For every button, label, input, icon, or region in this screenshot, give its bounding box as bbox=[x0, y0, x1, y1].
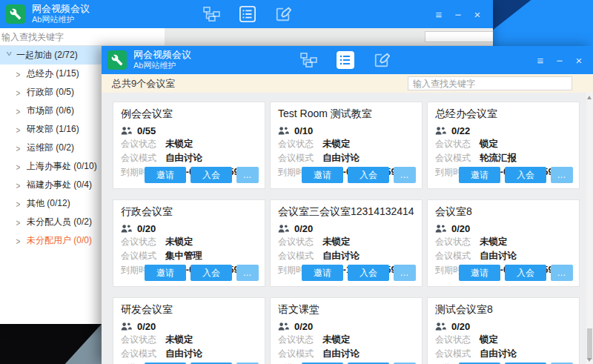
app-wrench-icon bbox=[6, 4, 25, 24]
meeting-room-card: 会议室三会议室123141324141三会... 0/20 会议状态未锁定 会议… bbox=[270, 199, 423, 287]
status-value: 未锁定 bbox=[322, 333, 351, 346]
chevron-right-icon: > bbox=[16, 217, 24, 228]
menu-button[interactable]: ≡ bbox=[433, 8, 445, 21]
room-title: 测试会议室8 bbox=[435, 303, 572, 317]
tree-item[interactable]: > 行政部 (0/5) bbox=[0, 83, 102, 102]
tree-item[interactable]: > 福建办事处 (0/4) bbox=[0, 176, 102, 194]
invite-button[interactable]: 邀请 bbox=[459, 167, 500, 183]
attendee-count: 0/20 bbox=[451, 321, 470, 332]
tree-search-input[interactable] bbox=[1, 30, 142, 43]
attendee-count: 0/10 bbox=[294, 125, 313, 136]
org-chart-icon[interactable] bbox=[203, 7, 220, 21]
tree-item-label: 总经办 (1/15) bbox=[27, 67, 79, 80]
join-button[interactable]: 入会 bbox=[191, 167, 232, 183]
chevron-right-icon: > bbox=[16, 106, 24, 116]
status-value: 未锁定 bbox=[165, 137, 193, 150]
status-label: 会议状态 bbox=[278, 235, 322, 248]
invite-button[interactable]: 邀请 bbox=[145, 167, 186, 183]
room-title: 语文课堂 bbox=[278, 303, 414, 317]
invite-button[interactable]: 邀请 bbox=[302, 265, 343, 281]
status-value: 未锁定 bbox=[480, 235, 508, 248]
status-label: 会议状态 bbox=[435, 137, 480, 150]
mode-label: 会议模式 bbox=[278, 347, 322, 360]
tree-item-label: 运维部 (0/2) bbox=[27, 142, 74, 154]
join-button[interactable]: 入会 bbox=[505, 167, 546, 183]
mode-label: 会议模式 bbox=[435, 347, 480, 360]
background-search-input[interactable] bbox=[425, 31, 493, 42]
status-label: 会议状态 bbox=[278, 137, 322, 150]
close-button[interactable]: × bbox=[573, 54, 585, 67]
scroll-up-icon[interactable] bbox=[587, 96, 592, 99]
tree-item[interactable]: > 上海办事处 (0/10) bbox=[0, 157, 102, 176]
meeting-room-card: 语文课堂 0/20 会议状态未锁定 会议模式自由讨论 到期时间2022-01-2… bbox=[270, 297, 423, 364]
room-list-icon[interactable] bbox=[239, 6, 256, 22]
status-label: 会议状态 bbox=[435, 333, 480, 346]
meeting-room-card: 行政会议室 0/20 会议状态未锁定 会议模式集中管理 到期时间2023-01-… bbox=[113, 199, 265, 287]
tree-item[interactable]: > 运维部 (0/2) bbox=[0, 139, 102, 157]
edit-compose-icon[interactable] bbox=[275, 6, 291, 22]
tree-item-label: 上海办事处 (0/10) bbox=[27, 160, 97, 173]
mode-value: 自由讨论 bbox=[165, 151, 202, 165]
org-tree: > 一起加油 (2/72) > 总经办 (1/15) > 行政部 (0/5) >… bbox=[0, 46, 102, 324]
meeting-room-card: 会议室8 0/20 会议状态未锁定 会议模式自由讨论 到期时间2022-01-2… bbox=[427, 199, 580, 287]
join-button[interactable]: 入会 bbox=[348, 167, 389, 183]
mode-label: 会议模式 bbox=[278, 249, 322, 262]
attendee-count: 0/55 bbox=[137, 125, 156, 136]
more-options-button[interactable]: … bbox=[551, 167, 573, 183]
edit-compose-icon[interactable] bbox=[374, 52, 390, 68]
desktop-wallpaper-top-right bbox=[493, 0, 593, 46]
desktop-wallpaper-bottom-left bbox=[0, 324, 102, 364]
tree-item-label: 未分配用户 (0/0) bbox=[27, 234, 92, 247]
chevron-right-icon: > bbox=[16, 87, 24, 98]
more-options-button[interactable]: … bbox=[394, 265, 416, 281]
room-search-input[interactable] bbox=[408, 76, 572, 90]
close-button[interactable]: × bbox=[471, 8, 483, 21]
tree-item[interactable]: > 研发部 (1/16) bbox=[0, 120, 102, 139]
tree-item-label: 其他 (0/12) bbox=[27, 197, 70, 210]
tree-item-label: 研发部 (1/16) bbox=[27, 123, 79, 136]
tree-item[interactable]: > 其他 (0/12) bbox=[0, 194, 102, 213]
attendees-icon bbox=[278, 322, 289, 331]
tree-item[interactable]: > 市场部 (0/6) bbox=[0, 102, 102, 120]
room-title: 例会会议室 bbox=[121, 107, 257, 121]
attendees-icon bbox=[278, 127, 289, 135]
attendee-count: 0/20 bbox=[451, 223, 470, 234]
status-label: 会议状态 bbox=[121, 235, 165, 248]
invite-button[interactable]: 邀请 bbox=[459, 265, 500, 281]
join-button[interactable]: 入会 bbox=[505, 265, 546, 281]
meeting-room-card: Test Room 测试教室 0/10 会议状态未锁定 会议模式自由讨论 到期时… bbox=[270, 102, 423, 189]
status-label: 会议状态 bbox=[278, 333, 322, 346]
mode-label: 会议模式 bbox=[121, 151, 165, 165]
room-title: 研发会议室 bbox=[121, 303, 257, 317]
status-value: 锁定 bbox=[480, 333, 498, 346]
room-list-icon-active[interactable] bbox=[337, 51, 354, 69]
tree-item[interactable]: > 未分配用户 (0/0) bbox=[0, 231, 102, 250]
minimize-button[interactable]: − bbox=[452, 8, 464, 21]
more-options-button[interactable]: … bbox=[551, 265, 573, 281]
more-options-button[interactable]: … bbox=[236, 167, 259, 183]
scroll-down-icon[interactable] bbox=[587, 358, 592, 362]
attendee-count: 0/20 bbox=[294, 223, 313, 234]
invite-button[interactable]: 邀请 bbox=[145, 265, 186, 281]
scrollbar-thumb[interactable] bbox=[587, 328, 592, 360]
attendees-icon bbox=[435, 225, 446, 233]
menu-button[interactable]: ≡ bbox=[534, 54, 546, 67]
vertical-scrollbar[interactable] bbox=[586, 93, 593, 364]
mode-value: 自由讨论 bbox=[322, 151, 360, 165]
more-options-button[interactable]: … bbox=[236, 265, 259, 281]
org-chart-icon[interactable] bbox=[300, 53, 317, 67]
more-options-button[interactable]: … bbox=[394, 167, 416, 183]
mode-label: 会议模式 bbox=[121, 249, 165, 262]
tree-item[interactable]: > 未分配人员 (0/2) bbox=[0, 213, 102, 231]
invite-button[interactable]: 邀请 bbox=[302, 167, 343, 183]
join-button[interactable]: 入会 bbox=[348, 265, 389, 281]
tree-item-label: 福建办事处 (0/4) bbox=[27, 179, 92, 191]
tree-item[interactable]: > 一起加油 (2/72) bbox=[0, 46, 102, 64]
minimize-button[interactable]: − bbox=[554, 54, 566, 67]
chevron-right-icon: > bbox=[16, 125, 24, 135]
summary-bar: 总共9个会议室 bbox=[102, 74, 593, 93]
window-title: 网会视频会议 bbox=[133, 50, 191, 61]
join-button[interactable]: 入会 bbox=[191, 265, 232, 281]
background-toolbar-strip bbox=[165, 28, 493, 46]
tree-item[interactable]: > 总经办 (1/15) bbox=[0, 64, 102, 83]
